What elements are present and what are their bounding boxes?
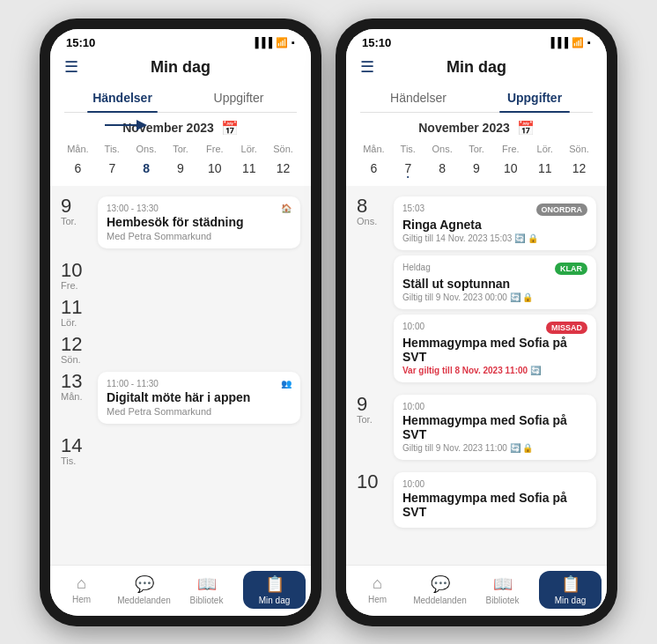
day-col-9: 9 Tor. [61, 196, 89, 254]
task-header-3: 10:00 MISSAD [402, 322, 587, 334]
tab-tasks-right[interactable]: Uppgifter [476, 84, 593, 112]
day-section-9: 9 Tor. 13:00 - 13:30 🏠 Hembesök för städ… [50, 193, 311, 257]
task-title-10-1: Hemmagympa med Sofia på SVT [402, 491, 587, 519]
menu-icon-left[interactable]: ☰ [64, 57, 78, 77]
calendar-left: November 2023 📅 Mån. Tis. Ons. Tor. Fre.… [50, 113, 311, 186]
event-icon-2: 👥 [281, 379, 292, 389]
nav-messages-left[interactable]: 💬 Meddelanden [113, 571, 175, 609]
event-card-1[interactable]: 13:00 - 13:30 🏠 Hembesök för städning Me… [98, 196, 300, 248]
phone-right: 15:10 ▐▐▐ 📶 ▪ ☰ Min dag Händelser [336, 19, 617, 626]
task-time-10-1: 10:00 [402, 479, 424, 489]
task-day-10: 10 10:00 Hemmagympa med Sofia på SVT [346, 469, 607, 537]
day-8[interactable]: 8 [129, 158, 164, 179]
menu-icon-right[interactable]: ☰ [360, 57, 374, 77]
event-title-2: Digitalt möte här i appen [107, 390, 292, 404]
nav-myday-left[interactable]: 📋 Min dag [243, 571, 306, 609]
tabs-right: Händelser Uppgifter [360, 84, 593, 113]
tab-events-left[interactable]: Händelser [64, 84, 181, 112]
nav-messages-right[interactable]: 💬 Meddelanden [409, 571, 471, 609]
events-col-11 [98, 298, 300, 328]
task-ringa-agneta[interactable]: 15:03 ONORDRA Ringa Agneta Giltig till 1… [394, 196, 596, 250]
day-9-circle[interactable]: 9 [164, 158, 198, 179]
event-card-2[interactable]: 11:00 - 11:30 👥 Digitalt möte här i appe… [98, 372, 300, 424]
signal-icon: ▐▐▐ [252, 37, 272, 48]
day-10[interactable]: 10 [197, 158, 232, 179]
r-day-8-circle[interactable]: 8 [425, 158, 460, 179]
r-day-7[interactable]: 7 [391, 158, 425, 179]
days-header-left: Mån. Tis. Ons. Tor. Fre. Lör. Sön. [61, 144, 300, 154]
task-sub-3: Var giltig till 8 Nov. 2023 11:00 🔄 [402, 366, 587, 375]
event-sub-1: Med Petra Sommarkund [107, 231, 292, 241]
day-11[interactable]: 11 [232, 158, 266, 179]
messages-icon-left: 💬 [135, 574, 154, 594]
myday-icon-left: 📋 [265, 574, 284, 594]
header-top-left: ☰ Min dag [64, 58, 297, 84]
tab-events-right[interactable]: Händelser [360, 84, 476, 112]
task-day-9: 9 Tor. 10:00 Hemmagympa med Sofia på SVT… [346, 391, 607, 469]
page-title-right: Min dag [447, 58, 506, 77]
status-icons-right: ▐▐▐ 📶 ▪ [548, 37, 591, 48]
r-day-9[interactable]: 9 [460, 158, 494, 179]
events-content-left: 9 Tor. 13:00 - 13:30 🏠 Hembesök för städ… [50, 186, 311, 565]
phone-left: 15:10 ▐▐▐ 📶 ▪ ☰ Min dag Händelser [40, 19, 321, 626]
task-day-col-9: 9 Tor. [357, 395, 385, 465]
tab-tasks-left[interactable]: Uppgifter [181, 84, 297, 112]
events-col-9: 13:00 - 13:30 🏠 Hembesök för städning Me… [98, 196, 300, 254]
calendar-icon-left[interactable]: 📅 [221, 120, 239, 137]
r-day-10[interactable]: 10 [493, 158, 528, 179]
task-events-col-10: 10:00 Hemmagympa med Sofia på SVT [394, 472, 596, 533]
r-day-6[interactable]: 6 [357, 158, 391, 179]
event-icon-1: 🏠 [281, 204, 292, 213]
time-left: 15:10 [66, 36, 95, 49]
day-col-14: 14 Tis. [61, 436, 89, 466]
day-6[interactable]: 6 [61, 158, 95, 179]
task-header-2: Heldag KLAR [402, 263, 587, 275]
signal-icon-r: ▐▐▐ [548, 37, 568, 48]
day-label-mon: Mån. [61, 144, 95, 154]
task-soptunnan[interactable]: Heldag KLAR Ställ ut soptunnan Giltig ti… [394, 255, 596, 309]
day-section-12: 12 Sön. [50, 331, 311, 368]
task-gympa-10[interactable]: 10:00 Hemmagympa med Sofia på SVT [394, 472, 596, 528]
task-title-3: Hemmagympa med Sofia på SVT [402, 336, 587, 364]
calendar-icon-right[interactable]: 📅 [517, 120, 535, 137]
task-sub-1: Giltig till 14 Nov. 2023 15:03 🔄 🔒 [402, 233, 587, 243]
screen-left: 15:10 ▐▐▐ 📶 ▪ ☰ Min dag Händelser [50, 29, 311, 616]
events-col-13: 11:00 - 11:30 👥 Digitalt möte här i appe… [98, 372, 300, 429]
task-sub-9-1: Giltig till 9 Nov. 2023 11:00 🔄 🔒 [402, 443, 587, 453]
day-label-thu: Tor. [164, 144, 198, 154]
day-7[interactable]: 7 [95, 158, 129, 179]
wifi-icon: 📶 [276, 37, 288, 48]
day-label-wed: Ons. [129, 144, 164, 154]
events-col-12 [98, 335, 300, 365]
calendar-right: November 2023 📅 Mån. Tis. Ons. Tor. Fre.… [346, 113, 607, 186]
task-time-2: Heldag [402, 263, 431, 272]
task-gympa-missad[interactable]: 10:00 MISSAD Hemmagympa med Sofia på SVT… [394, 315, 596, 382]
task-day-col-10: 10 [357, 472, 385, 533]
r-day-12[interactable]: 12 [562, 158, 596, 179]
nav-library-right[interactable]: 📖 Bibliotek [471, 571, 534, 609]
page-title-left: Min dag [151, 58, 210, 77]
nav-myday-right[interactable]: 📋 Min dag [539, 571, 602, 609]
events-col-10 [98, 261, 300, 291]
r-day-11[interactable]: 11 [528, 158, 562, 179]
arrow-pointer [103, 118, 147, 132]
task-time-1: 15:03 [402, 204, 424, 213]
nav-hem-right[interactable]: ⌂ Hem [346, 571, 409, 609]
task-time-3: 10:00 [402, 322, 424, 331]
day-label-sat: Lör. [232, 144, 266, 154]
day-12[interactable]: 12 [266, 158, 300, 179]
task-header-10-1: 10:00 [402, 479, 587, 489]
nav-hem-left[interactable]: ⌂ Hem [50, 571, 113, 609]
day-col-11: 11 Lör. [61, 298, 89, 328]
header-left: ☰ Min dag Händelser Uppgifter [50, 53, 311, 113]
home-icon-left: ⌂ [77, 574, 86, 593]
month-row-right: November 2023 📅 [357, 120, 596, 137]
task-gympa-9[interactable]: 10:00 Hemmagympa med Sofia på SVT Giltig… [394, 395, 596, 460]
screen-right: 15:10 ▐▐▐ 📶 ▪ ☰ Min dag Händelser [346, 29, 607, 616]
library-icon-left: 📖 [197, 574, 217, 594]
event-title-1: Hembesök för städning [107, 215, 292, 229]
home-icon-right: ⌂ [373, 574, 382, 593]
bottom-nav-left: ⌂ Hem 💬 Meddelanden 📖 Bibliotek 📋 Min da… [50, 565, 311, 616]
nav-library-left[interactable]: 📖 Bibliotek [175, 571, 238, 609]
header-top-right: ☰ Min dag [360, 58, 593, 84]
